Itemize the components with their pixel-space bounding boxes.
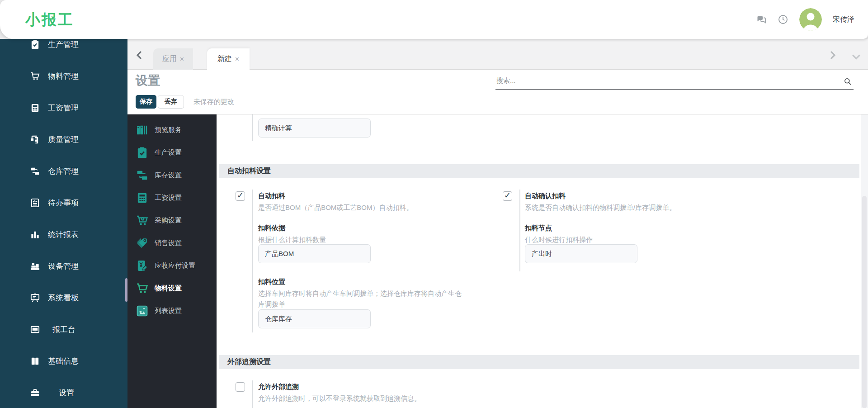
deduct-node-hint: 什么时候进行扣料操作 xyxy=(525,236,593,244)
sidebar-item-label: 设备管理 xyxy=(48,261,79,271)
auto-deduct-checkbox[interactable] xyxy=(236,191,245,201)
field-group-divider xyxy=(252,114,253,141)
tab-apps[interactable]: 应用 × xyxy=(153,48,193,70)
tab-label: 应用 xyxy=(162,54,177,64)
calculator-icon xyxy=(30,103,40,113)
settings-item-label: 应收应付设置 xyxy=(155,261,195,270)
app-logo: 小报工 xyxy=(25,10,74,30)
sidebar-item-basic-info[interactable]: 基础信息 xyxy=(0,345,127,377)
control-panel: 设置 保存 丢弃 未保存的更改 xyxy=(127,70,868,114)
settings-item-label: 采购设置 xyxy=(155,216,182,225)
auto-deduct-label: 自动扣料 xyxy=(258,192,285,200)
deduct-basis-select[interactable]: 产品BOM xyxy=(258,244,371,263)
cart-icon xyxy=(136,282,149,295)
header-right: 宋传泽 xyxy=(756,0,854,39)
messages-icon[interactable] xyxy=(756,14,767,25)
sidebar-item-production[interactable]: 生产管理 xyxy=(0,39,127,60)
warehouse-transfer-icon xyxy=(30,166,40,176)
deduct-location-select[interactable]: 仓库库存 xyxy=(258,309,371,328)
auto-confirm-checkbox[interactable] xyxy=(503,191,512,201)
settings-item-inventory[interactable]: 库存设置 xyxy=(127,164,217,186)
calculator-icon xyxy=(136,191,149,204)
settings-content: 精确计算 自动扣料设置 自动扣料 是否通过BOM（产品BOM或工艺BOM）自动扣… xyxy=(217,114,861,408)
save-button[interactable]: 保存 xyxy=(136,95,156,109)
content-scrollbar-thumb[interactable] xyxy=(862,196,867,408)
content-scrollbar-track[interactable] xyxy=(861,114,868,408)
settings-sidebar: 预览服务 生产设置 库存设置 xyxy=(127,114,217,408)
settings-item-production[interactable]: 生产设置 xyxy=(127,141,217,164)
sidebar-item-label: 生产管理 xyxy=(48,39,79,50)
search-icon[interactable] xyxy=(844,77,852,85)
auto-confirm-label: 自动确认扣料 xyxy=(525,192,566,200)
settings-item-label: 销售设置 xyxy=(155,239,182,247)
sidebar-item-label: 统计报表 xyxy=(48,229,79,240)
discard-button[interactable]: 丢弃 xyxy=(158,95,184,109)
app-header: 小报工 宋传泽 xyxy=(0,0,868,39)
settings-body: 预览服务 生产设置 库存设置 xyxy=(127,114,868,408)
settings-item-preview-service[interactable]: 预览服务 xyxy=(127,119,217,141)
auto-deduct-description: 是否通过BOM（产品BOM或工艺BOM）自动扣料。 xyxy=(258,204,413,212)
sidebar-item-payroll[interactable]: 工资管理 xyxy=(0,92,127,123)
books-icon xyxy=(136,123,149,137)
deduct-basis-hint: 根据什么计算扣料数量 xyxy=(258,236,326,244)
sidebar-item-label: 待办事项 xyxy=(48,198,79,208)
sidebar-item-todo[interactable]: 待办事项 xyxy=(0,187,127,218)
main-sidebar: 生产管理 物料管理 工资管理 质量管理 仓库管理 xyxy=(0,39,127,408)
settings-item-materials[interactable]: 物料设置 xyxy=(127,277,217,299)
deduct-node-label: 扣料节点 xyxy=(525,224,552,232)
sidebar-item-label: 基础信息 xyxy=(48,356,79,366)
settings-item-label: 库存设置 xyxy=(155,171,182,180)
sidebar-item-label: 系统看板 xyxy=(48,293,79,303)
main-sidebar-scrollbar-thumb[interactable] xyxy=(125,278,127,302)
tab-new[interactable]: 新建 × xyxy=(207,48,250,70)
activities-clock-icon[interactable] xyxy=(778,14,788,25)
auto-confirm-description: 系统是否自动确认扣料的物料调拨单/库存调拨单。 xyxy=(525,204,676,212)
tabs-scroll-right-icon[interactable] xyxy=(828,51,837,60)
deduct-node-select[interactable]: 产出时 xyxy=(525,244,637,263)
search-input[interactable] xyxy=(495,74,854,89)
sidebar-item-reports[interactable]: 统计报表 xyxy=(0,218,127,250)
deduct-basis-label: 扣料依据 xyxy=(258,224,285,232)
user-name[interactable]: 宋传泽 xyxy=(833,15,854,24)
clipboard-check-icon xyxy=(30,39,40,50)
settings-item-label: 工资设置 xyxy=(155,194,182,202)
settings-item-sales[interactable]: 销售设置 xyxy=(127,232,217,254)
machine-icon xyxy=(30,261,40,271)
deduct-location-label: 扣料位置 xyxy=(258,278,285,286)
tags-gear-icon xyxy=(136,237,149,250)
list-image-icon xyxy=(136,304,149,318)
settings-item-purchase[interactable]: 采购设置 xyxy=(127,209,217,232)
terminal-monitor-icon xyxy=(30,324,40,335)
sidebar-item-dashboard[interactable]: 系统看板 xyxy=(0,282,127,313)
sidebar-item-work-terminal[interactable]: 报工台 xyxy=(0,313,127,345)
tab-label: 新建 xyxy=(217,54,232,64)
user-avatar[interactable] xyxy=(799,8,822,31)
section-header-auto-deduction: 自动扣料设置 xyxy=(219,164,859,178)
workspace: 应用 × 新建 × 设置 保存 丢弃 未保存的更改 xyxy=(127,39,868,408)
inventory-flow-icon xyxy=(136,169,149,182)
partial-field-select[interactable]: 精确计算 xyxy=(258,119,371,138)
app-root: 生产管理 物料管理 工资管理 质量管理 仓库管理 xyxy=(0,0,868,408)
sidebar-item-equipment[interactable]: 设备管理 xyxy=(0,250,127,282)
allow-external-trace-checkbox[interactable] xyxy=(236,382,245,392)
dashboard-board-icon xyxy=(30,293,40,303)
section-header-external-trace: 外部追溯设置 xyxy=(219,355,859,369)
sidebar-item-settings[interactable]: 设置 xyxy=(0,377,127,408)
sidebar-item-materials[interactable]: 物料管理 xyxy=(0,60,127,92)
sidebar-item-warehouse[interactable]: 仓库管理 xyxy=(0,155,127,187)
settings-item-payroll[interactable]: 工资设置 xyxy=(127,186,217,209)
sidebar-item-label: 仓库管理 xyxy=(48,166,79,176)
settings-item-receivables-payables[interactable]: 应收应付设置 xyxy=(127,254,217,277)
tabs-scroll-left-icon[interactable] xyxy=(135,51,144,60)
sidebar-item-label: 物料管理 xyxy=(48,71,79,81)
allow-external-trace-label: 允许外部追溯 xyxy=(258,383,299,391)
settings-item-list[interactable]: 列表设置 xyxy=(127,299,217,322)
field-group-divider xyxy=(519,190,520,271)
tabs-list-dropdown-icon[interactable] xyxy=(852,52,861,62)
cart-gear-icon xyxy=(136,214,149,227)
tab-close-icon[interactable]: × xyxy=(235,55,239,63)
sidebar-item-quality[interactable]: 质量管理 xyxy=(0,123,127,155)
search-box xyxy=(495,74,854,90)
tab-close-icon[interactable]: × xyxy=(180,55,184,63)
yen-document-icon xyxy=(136,259,149,272)
